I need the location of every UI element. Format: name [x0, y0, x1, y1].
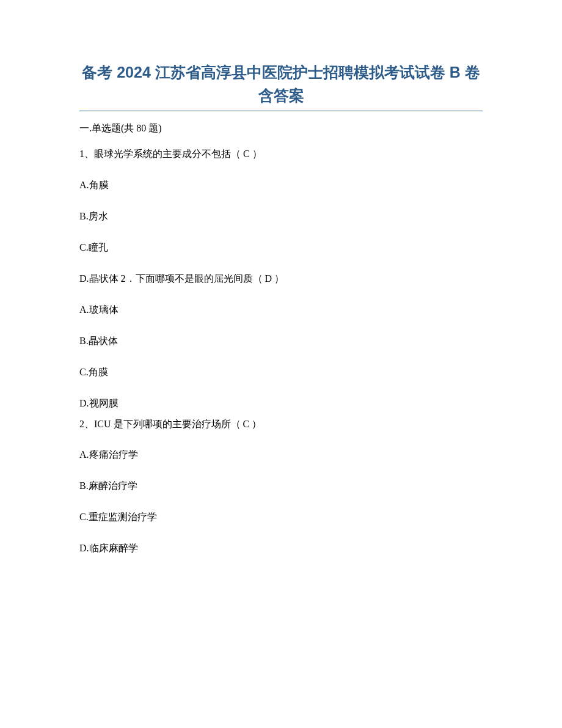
- question-1-option-d: D.晶状体 2．下面哪项不是眼的屈光间质（ D ）: [79, 273, 483, 285]
- question-1-stem: 1、眼球光学系统的主要成分不包括（ C ）: [79, 146, 483, 162]
- question-2-option-a: A.疼痛治疗学: [79, 449, 483, 461]
- question-1b-option-d: D.视网膜: [79, 397, 483, 410]
- question-2-stem: 2、ICU 是下列哪项的主要治疗场所（ C ）: [79, 416, 483, 432]
- question-1-option-b: B.房水: [79, 210, 483, 223]
- question-2-option-b: B.麻醉治疗学: [79, 480, 483, 493]
- document-page: 备考 2024 江苏省高淳县中医院护士招聘模拟考试试卷 B 卷 含答案 一.单选…: [0, 0, 562, 610]
- question-1-option-c: C.瞳孔: [79, 241, 483, 254]
- question-1b-option-a: A.玻璃体: [79, 304, 483, 317]
- question-1b-option-b: B.晶状体: [79, 335, 483, 348]
- page-title: 备考 2024 江苏省高淳县中医院护士招聘模拟考试试卷 B 卷 含答案: [79, 61, 483, 107]
- question-1-option-a: A.角膜: [79, 179, 483, 192]
- title-underline: [79, 111, 483, 111]
- title-line2: 含答案: [258, 87, 304, 104]
- question-2-option-c: C.重症监测治疗学: [79, 511, 483, 524]
- question-1b-option-c: C.角膜: [79, 366, 483, 379]
- question-2-option-d: D.临床麻醉学: [79, 542, 483, 555]
- title-line1: 备考 2024 江苏省高淳县中医院护士招聘模拟考试试卷 B 卷: [82, 64, 480, 81]
- section-header: 一.单选题(共 80 题): [79, 122, 483, 135]
